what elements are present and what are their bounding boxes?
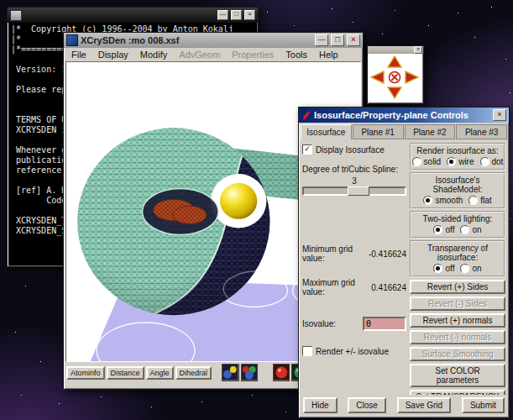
render-as-label: Render isosurface as: bbox=[411, 146, 504, 155]
min-grid-value: -0.416624 bbox=[369, 249, 406, 259]
menu-modify[interactable]: Modify bbox=[134, 49, 173, 60]
isovalue-input[interactable] bbox=[363, 317, 406, 331]
revert-plus-sides-button[interactable]: Revert (+) Sides bbox=[410, 280, 505, 294]
radio-selected-icon bbox=[433, 225, 442, 234]
xcrysden-titlebar[interactable]: XCrySDen :mo 008.xsf — □ × bbox=[64, 33, 363, 48]
radio-smooth[interactable]: smooth bbox=[423, 196, 463, 205]
radio-lighting-off[interactable]: off bbox=[433, 225, 454, 234]
revert-minus-normals-button: Revert (-) normals bbox=[410, 330, 505, 344]
radio-icon bbox=[460, 264, 469, 273]
ball-red-icon[interactable] bbox=[273, 364, 291, 381]
xcrysden-title: XCrySDen :mo 008.xsf bbox=[81, 35, 312, 45]
twosided-lighting-group: Two-sided lighting: off on bbox=[410, 211, 505, 239]
rotate-down-button[interactable] bbox=[387, 86, 402, 99]
terminal-maximize-button[interactable]: □ bbox=[231, 10, 242, 20]
iso-titlebar[interactable]: Isosurface/Property-plane Controls × bbox=[299, 108, 509, 123]
isosurface-controls-window: Isosurface/Property-plane Controls × Iso… bbox=[298, 107, 510, 418]
checkbox-checked-icon: ✓ bbox=[302, 144, 312, 155]
isovalue-label: Isovalue: bbox=[302, 319, 336, 328]
iso-panel: ✓ Display Isosurface Degree of triCubic … bbox=[299, 139, 509, 395]
dihedral-button[interactable]: Dihedral bbox=[175, 366, 212, 380]
rotation-pad bbox=[368, 54, 423, 101]
iso-tabs: Isosurface Plane #1 Plane #2 Plane #3 bbox=[299, 123, 509, 139]
rotate-right-button[interactable] bbox=[404, 71, 419, 84]
spline-degree-value: 3 bbox=[302, 176, 406, 186]
spacefill-display-icon[interactable] bbox=[241, 364, 259, 381]
hide-button[interactable]: Hide bbox=[303, 397, 338, 413]
rotation-pad-titlebar[interactable]: × bbox=[368, 46, 423, 54]
radio-lighting-on[interactable]: on bbox=[460, 225, 481, 234]
menu-display[interactable]: Display bbox=[92, 49, 134, 60]
xcrysden-minimize-button[interactable]: — bbox=[315, 34, 328, 46]
molecule-display-icon[interactable] bbox=[222, 364, 239, 381]
spline-degree-label: Degree of triCubic Spline: bbox=[302, 165, 406, 174]
rotation-pad-window: × bbox=[367, 45, 424, 104]
radio-transparency-off[interactable]: off bbox=[433, 264, 454, 273]
iso-left-column: ✓ Display Isosurface Degree of triCubic … bbox=[302, 143, 406, 391]
reset-center-button[interactable] bbox=[387, 71, 402, 84]
radio-flat-label: flat bbox=[480, 196, 491, 205]
rotate-left-button[interactable] bbox=[370, 71, 385, 84]
xcrysden-menubar: File Display Modify AdvGeom Properties T… bbox=[64, 48, 363, 61]
transparency-group: Transparency of isosurface: off on bbox=[410, 240, 505, 277]
surface-smoothing-button: Surface Smoothing bbox=[410, 347, 505, 361]
iso-bottom-buttons: Hide Close Save Grid Submit bbox=[299, 395, 509, 417]
isovalue-row: Isovalue: bbox=[302, 317, 406, 331]
terminal-minimize-button[interactable]: — bbox=[217, 10, 228, 20]
display-isosurface-label: Display Isosurface bbox=[316, 145, 385, 155]
xcrysden-close-button[interactable]: × bbox=[347, 34, 360, 46]
spline-degree-slider[interactable] bbox=[302, 186, 406, 196]
tab-isosurface[interactable]: Isosurface bbox=[301, 124, 352, 139]
rotate-up-button[interactable] bbox=[387, 55, 402, 69]
max-grid-value: 0.416624 bbox=[371, 283, 406, 292]
display-isosurface-checkbox[interactable]: ✓ Display Isosurface bbox=[302, 144, 406, 155]
radio-smooth-label: smooth bbox=[435, 196, 463, 205]
radio-selected-icon bbox=[447, 157, 456, 166]
radio-wire-label: wire bbox=[458, 157, 474, 166]
radio-icon bbox=[480, 157, 489, 166]
rotation-pad-close-button[interactable]: × bbox=[414, 46, 422, 54]
iso-close-button[interactable]: × bbox=[493, 109, 506, 121]
twosided-lighting-label: Two-sided lighting: bbox=[411, 214, 504, 223]
transparency-label: Transparency of isosurface: bbox=[411, 244, 504, 262]
submit-button[interactable]: Submit bbox=[462, 397, 505, 413]
radio-dot[interactable]: dot bbox=[480, 157, 504, 166]
radio-icon bbox=[460, 225, 469, 234]
radio-flat[interactable]: flat bbox=[469, 196, 491, 205]
tab-plane-3[interactable]: Plane #3 bbox=[456, 124, 507, 139]
radio-wire[interactable]: wire bbox=[447, 157, 474, 166]
red-isosurface-blob bbox=[143, 189, 219, 235]
render-pm-checkbox[interactable]: Render +/- isovalue bbox=[302, 346, 406, 356]
atominfo-button[interactable]: Atominfo bbox=[66, 366, 105, 380]
max-grid-row: Maximum grid value: 0.416624 bbox=[302, 278, 406, 297]
terminal-close-button[interactable]: × bbox=[244, 10, 255, 20]
terminal-icon bbox=[10, 10, 22, 21]
shademodel-label: Isosurface's ShadeModel: bbox=[411, 176, 504, 194]
set-color-parameters-button[interactable]: Set COLOR parameters bbox=[410, 364, 505, 387]
terminal-titlebar[interactable]: — □ × bbox=[8, 8, 258, 23]
radio-icon bbox=[469, 196, 478, 205]
revert-minus-sides-button: Revert (-) Sides bbox=[410, 297, 505, 311]
menu-properties: Properties bbox=[226, 49, 280, 60]
render-pm-label: Render +/- isovalue bbox=[316, 347, 389, 356]
angle-button[interactable]: Angle bbox=[146, 366, 174, 380]
menu-help[interactable]: Help bbox=[313, 49, 344, 60]
slider-handle[interactable] bbox=[348, 186, 369, 196]
desktop-stars bbox=[0, 0, 1, 1]
menu-tools[interactable]: Tools bbox=[280, 49, 313, 60]
distance-button[interactable]: Distance bbox=[107, 366, 144, 380]
tab-plane-1[interactable]: Plane #1 bbox=[353, 124, 404, 139]
radio-selected-icon bbox=[423, 196, 432, 205]
menu-file[interactable]: File bbox=[65, 49, 92, 60]
iso-title: Isosurface/Property-plane Controls bbox=[314, 110, 490, 120]
radio-transparency-on[interactable]: on bbox=[460, 264, 481, 273]
tab-plane-2[interactable]: Plane #2 bbox=[405, 124, 456, 139]
render-as-group: Render isosurface as: solid wire dot bbox=[410, 143, 505, 171]
max-grid-label: Maximum grid value: bbox=[302, 278, 371, 297]
radio-transparency-on-label: on bbox=[472, 264, 481, 273]
xcrysden-maximize-button[interactable]: □ bbox=[331, 34, 344, 46]
revert-plus-normals-button[interactable]: Revert (+) normals bbox=[410, 313, 505, 328]
radio-solid[interactable]: solid bbox=[412, 157, 442, 166]
save-grid-button[interactable]: Save Grid bbox=[397, 397, 451, 413]
close-button[interactable]: Close bbox=[348, 397, 386, 413]
